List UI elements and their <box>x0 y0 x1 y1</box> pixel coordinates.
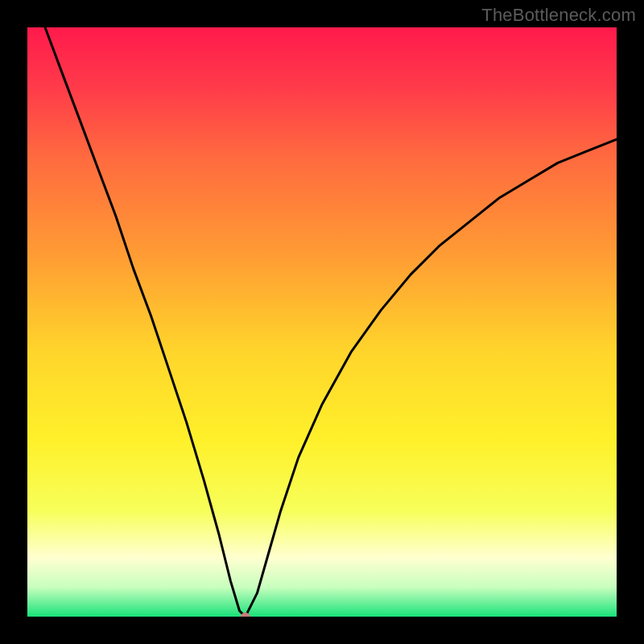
chart-frame: TheBottleneck.com <box>0 0 644 644</box>
chart-svg <box>27 27 617 617</box>
plot-area <box>27 27 617 617</box>
watermark-text: TheBottleneck.com <box>481 5 636 26</box>
gradient-background <box>27 27 617 617</box>
